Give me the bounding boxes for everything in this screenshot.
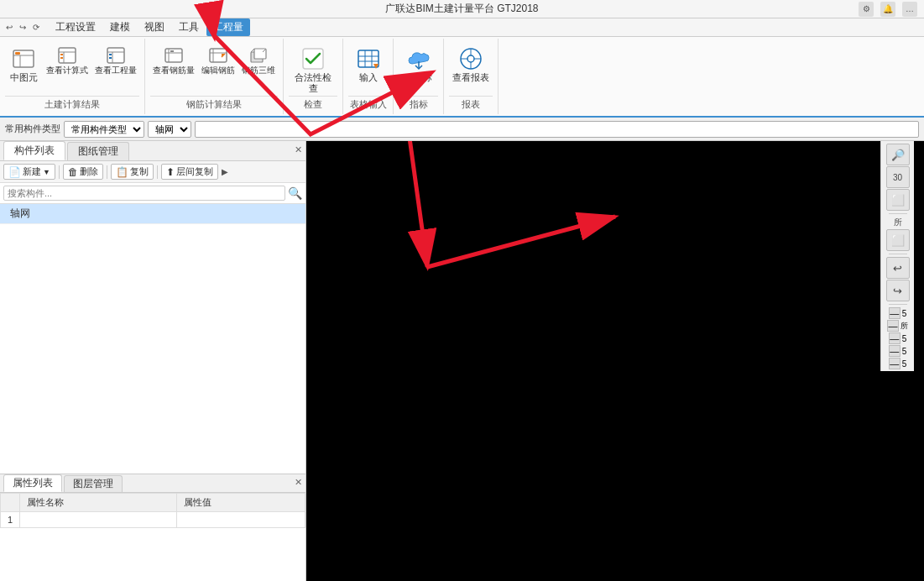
- minus-button-3[interactable]: —: [889, 332, 901, 344]
- menu-view[interactable]: 视图: [138, 18, 171, 36]
- minus-button-4[interactable]: —: [889, 345, 901, 357]
- svg-line-43: [427, 217, 615, 267]
- rebar-3d-button[interactable]: 钢筋三维: [239, 44, 278, 77]
- view-quantity-button[interactable]: 查看工程量: [92, 44, 139, 77]
- props-close-button[interactable]: ✕: [295, 477, 302, 488]
- ribbon-group-rebar: 查看钢筋量 编辑钢筋 钢筋三维 钢筋计算结果: [145, 39, 284, 114]
- tool-separator-1: [889, 213, 907, 214]
- value-label-3: 5: [902, 334, 907, 343]
- frame-button[interactable]: ⬜: [886, 189, 910, 211]
- tab-component-list[interactable]: 构件列表: [3, 141, 65, 160]
- view-report-icon: [457, 45, 484, 72]
- ribbon-group-table-input: 输入 表格输入: [343, 39, 394, 114]
- zoom-tool-button[interactable]: 🔎: [886, 144, 910, 165]
- ribbon-group-check: 合法性检查 检查: [284, 39, 343, 114]
- component-type-select[interactable]: 常用构件类型: [64, 121, 144, 138]
- rebar-3d-label: 钢筋三维: [242, 65, 275, 76]
- search-component-input[interactable]: [3, 186, 285, 201]
- new-component-button[interactable]: 📄 新建 ▼: [3, 164, 55, 180]
- scale-number-button[interactable]: 30: [886, 166, 910, 188]
- menu-project-settings[interactable]: 工程设置: [49, 18, 102, 36]
- rebar-buttons: 查看钢筋量 编辑钢筋 钢筋三维: [150, 40, 278, 96]
- delete-component-button[interactable]: 🗑 删除: [63, 164, 103, 180]
- undo-button[interactable]: ↩: [3, 22, 15, 33]
- redo-button[interactable]: ↪: [17, 22, 29, 33]
- view-calc-label: 查看计算式: [46, 65, 88, 76]
- center-element-button[interactable]: 中图元: [5, 44, 42, 85]
- minus-row-2: — 所: [887, 320, 908, 332]
- app-title: 广联达BIM土建计量平台 GTJ2018: [385, 2, 538, 16]
- list-item[interactable]: 轴网: [0, 204, 305, 224]
- legality-check-label: 合法性检查: [292, 72, 334, 94]
- ribbon-group-report: 查看报表 报表: [444, 39, 499, 114]
- toolbar-more-button[interactable]: ▶: [220, 167, 230, 176]
- bell-icon[interactable]: 🔔: [880, 2, 895, 17]
- index-buttons: 云指标: [400, 40, 437, 96]
- component-type-label: 常用构件类型: [5, 123, 60, 135]
- row-number: 1: [1, 512, 20, 528]
- menu-build[interactable]: 建模: [103, 18, 137, 36]
- view-report-button[interactable]: 查看报表: [449, 44, 493, 85]
- civil-buttons: 中图元 查看计算式 查看工程量: [5, 40, 139, 96]
- rotate-ccw-button[interactable]: ↩: [886, 257, 910, 279]
- rotate-cw-button[interactable]: ↪: [886, 280, 910, 301]
- col-prop-name: 属性名称: [20, 494, 177, 512]
- cloud-index-button[interactable]: 云指标: [400, 44, 437, 85]
- floor-copy-button[interactable]: ⬆ 层间复制: [161, 164, 218, 180]
- copy-icon: 📋: [116, 166, 128, 178]
- select-btn[interactable]: ⬜: [886, 229, 910, 251]
- component-name-select[interactable]: 轴网: [148, 121, 191, 138]
- toolbar-separator-3: [157, 165, 158, 179]
- main-layout: 构件列表 图纸管理 ✕ 📄 新建 ▼ 🗑 删除 📋 复制 ⬆: [0, 141, 924, 581]
- value-label-2: 所: [901, 321, 908, 332]
- history-button[interactable]: ⟳: [30, 22, 42, 33]
- props-table: 属性名称 属性值 1: [0, 493, 305, 528]
- col-prop-value: 属性值: [176, 494, 305, 512]
- panel-tabs: 构件列表 图纸管理 ✕: [0, 141, 305, 161]
- new-dropdown-icon[interactable]: ▼: [43, 168, 50, 176]
- prop-value-cell[interactable]: [176, 512, 305, 528]
- view-rebar-icon: [164, 45, 184, 65]
- table-input-buttons: 输入: [350, 40, 387, 96]
- panel-close-button[interactable]: ✕: [295, 144, 302, 155]
- ribbon-toolbar: 中图元 查看计算式 查看工程量 土建计算结果: [0, 37, 924, 118]
- svg-line-42: [406, 141, 427, 267]
- tool-separator-3: [889, 304, 907, 305]
- legality-check-button[interactable]: 合法性检查: [289, 44, 337, 96]
- minus-button-1[interactable]: —: [889, 307, 901, 319]
- search-button[interactable]: 🔍: [288, 186, 302, 200]
- cloud-index-label: 云指标: [405, 72, 432, 83]
- title-bar: 广联达BIM土建计量平台 GTJ2018 ⚙ 🔔 …: [0, 0, 924, 18]
- rebar-group-label: 钢筋计算结果: [150, 96, 278, 113]
- svg-rect-7: [60, 54, 63, 55]
- view-calc-button[interactable]: 查看计算式: [44, 44, 91, 77]
- more-window-icon[interactable]: …: [902, 2, 917, 17]
- props-tabs: 属性列表 图层管理 ✕: [0, 474, 305, 493]
- undo-redo-group: ↩ ↪ ⟳: [3, 22, 42, 33]
- new-icon: 📄: [8, 166, 21, 178]
- minus-row-4: — 5: [889, 345, 907, 357]
- center-element-icon: [10, 45, 37, 72]
- value-label-4: 5: [902, 347, 907, 356]
- component-search-field[interactable]: [195, 121, 919, 138]
- tab-layer-mgmt[interactable]: 图层管理: [64, 475, 123, 492]
- minus-row-3: — 5: [889, 332, 907, 344]
- edit-rebar-button[interactable]: 编辑钢筋: [199, 44, 238, 77]
- report-group-label: 报表: [449, 96, 493, 113]
- minus-button-5[interactable]: —: [889, 358, 901, 369]
- tab-props-list[interactable]: 属性列表: [3, 474, 62, 492]
- menu-tools[interactable]: 工具: [172, 18, 206, 36]
- svg-rect-13: [109, 57, 112, 59]
- minus-button-2[interactable]: —: [887, 320, 899, 332]
- canvas-area[interactable]: 显示 🔎 30 ⬜ 所 ⬜ ↩ ↪ — 5 — 所 — 5 —: [306, 141, 924, 581]
- copy-component-button[interactable]: 📋 复制: [111, 164, 154, 180]
- check-buttons: 合法性检查: [289, 40, 337, 96]
- toolbar-separator-1: [59, 165, 60, 179]
- menu-engineering[interactable]: 工程量: [206, 18, 250, 36]
- table-input-button[interactable]: 输入: [350, 44, 387, 85]
- legality-check-icon: [300, 45, 326, 72]
- tab-drawing-mgmt[interactable]: 图纸管理: [67, 142, 129, 160]
- settings-window-icon[interactable]: ⚙: [859, 2, 874, 17]
- prop-name-cell[interactable]: [20, 512, 177, 528]
- view-rebar-button[interactable]: 查看钢筋量: [150, 44, 197, 77]
